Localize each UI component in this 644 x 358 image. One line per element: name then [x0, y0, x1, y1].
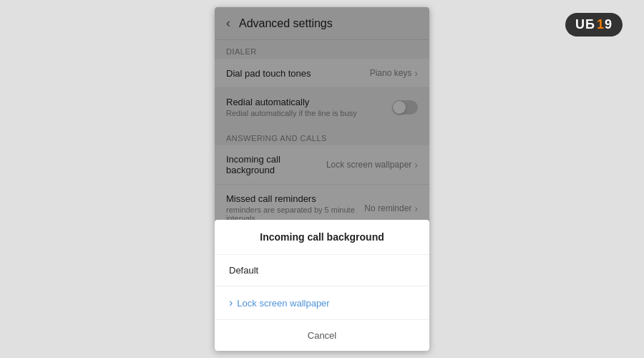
- logo-badge: UБ 19: [565, 13, 623, 37]
- modal-option-lock-screen-label: Lock screen wallpaper: [237, 298, 329, 309]
- modal-title: Incoming call background: [215, 220, 429, 255]
- phone-screen: ‹ Advanced settings DIALER Dial pad touc…: [215, 7, 429, 351]
- modal-cancel-button[interactable]: Cancel: [215, 320, 429, 351]
- modal-option-default[interactable]: Default: [215, 255, 429, 286]
- modal-option-lock-screen[interactable]: Lock screen wallpaper: [215, 286, 429, 320]
- modal-overlay: Incoming call background Default Lock sc…: [215, 7, 429, 351]
- modal-option-default-label: Default: [229, 265, 258, 276]
- incoming-call-bg-modal: Incoming call background Default Lock sc…: [215, 220, 429, 351]
- logo-text-right: 19: [597, 17, 613, 32]
- logo-text-left: UБ: [575, 17, 595, 32]
